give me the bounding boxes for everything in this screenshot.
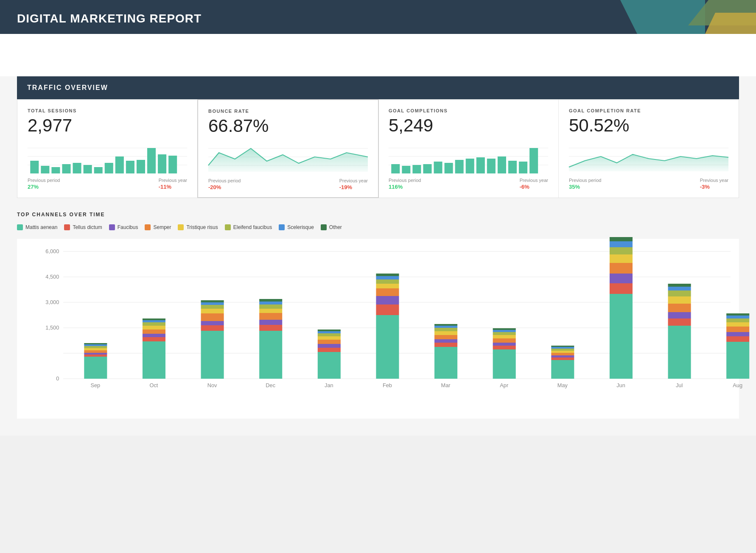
main-content: TRAFFIC OVERVIEW TOTAL SESSIONS 2,977 <box>0 76 756 436</box>
legend-item-other: Other <box>321 224 342 230</box>
svg-rect-96 <box>376 315 399 379</box>
channels-section: TOP CHANNELS OVER TIME Mattis aenean Tel… <box>17 212 739 419</box>
svg-rect-112 <box>434 324 457 326</box>
svg-rect-57 <box>84 344 107 346</box>
svg-rect-101 <box>376 279 399 284</box>
kpi-previous-year-value: -3% <box>700 184 728 190</box>
svg-rect-12 <box>126 161 134 173</box>
channels-chart-svg: 6,000 4,500 3,000 1,500 0 Sep <box>42 247 731 408</box>
legend-label-tristique: Tristique risus <box>186 224 218 230</box>
svg-rect-138 <box>610 241 633 247</box>
kpi-previous-year-label: Previous year <box>700 178 728 183</box>
svg-rect-28 <box>445 163 453 173</box>
kpi-value-total-sessions: 2,977 <box>28 117 187 134</box>
svg-rect-5 <box>51 167 60 173</box>
svg-text:Dec: Dec <box>266 382 275 388</box>
kpi-card-goal-completion-rate: GOAL COMPLETION RATE 50.52% <box>559 100 739 198</box>
svg-rect-62 <box>143 334 165 337</box>
svg-text:Mar: Mar <box>441 382 451 388</box>
svg-rect-135 <box>610 263 633 274</box>
svg-rect-123 <box>551 360 574 379</box>
svg-rect-116 <box>493 343 516 346</box>
svg-rect-151 <box>726 336 749 342</box>
svg-rect-141 <box>668 326 691 379</box>
legend-item-semper: Semper <box>145 224 171 230</box>
svg-rect-36 <box>529 148 538 173</box>
svg-rect-98 <box>376 296 399 304</box>
kpi-previous-period-group: Previous period 116% <box>389 178 421 190</box>
sub-header-area <box>0 34 756 76</box>
legend-dot-tristique <box>178 224 184 230</box>
bar-aug: Aug <box>726 313 749 388</box>
svg-rect-157 <box>726 313 749 316</box>
svg-rect-115 <box>493 346 516 349</box>
legend-dot-eleifend <box>225 224 231 230</box>
svg-rect-23 <box>391 164 400 173</box>
svg-rect-147 <box>668 287 691 290</box>
svg-rect-78 <box>259 331 282 379</box>
svg-rect-35 <box>519 162 527 173</box>
svg-rect-56 <box>84 346 107 348</box>
svg-rect-127 <box>551 351 574 353</box>
svg-rect-26 <box>423 164 431 173</box>
bar-jan: Jan <box>318 330 341 388</box>
svg-rect-132 <box>610 294 633 379</box>
legend-label-mattis: Mattis aenean <box>25 224 57 230</box>
legend-label-eleifend: Eleifend faucibus <box>233 224 272 230</box>
kpi-footer-bounce-rate: Previous period -20% Previous year -19% <box>208 178 368 190</box>
svg-rect-16 <box>168 156 177 173</box>
svg-rect-142 <box>668 318 691 326</box>
legend-dot-scelerisque <box>279 224 285 230</box>
legend-label-scelerisque: Scelerisque <box>287 224 314 230</box>
header: DIGITAL MARKETING REPORT <box>0 0 756 34</box>
svg-rect-145 <box>668 296 691 304</box>
svg-text:Sep: Sep <box>90 382 100 388</box>
svg-rect-102 <box>376 276 399 279</box>
bar-nov: Nov <box>201 300 224 388</box>
svg-rect-156 <box>726 316 749 318</box>
kpi-footer-goal-completions: Previous period 116% Previous year -6% <box>389 178 548 190</box>
kpi-label-bounce-rate: BOUNCE RATE <box>208 109 368 114</box>
svg-rect-126 <box>551 353 574 355</box>
svg-rect-114 <box>493 349 516 379</box>
svg-rect-97 <box>376 304 399 315</box>
svg-rect-15 <box>158 154 166 173</box>
svg-rect-111 <box>434 326 457 328</box>
svg-rect-108 <box>434 335 457 339</box>
legend-item-eleifend: Eleifend faucibus <box>225 224 272 230</box>
legend-dot-tellus <box>64 224 70 230</box>
svg-rect-154 <box>726 322 749 327</box>
svg-rect-58 <box>84 343 107 344</box>
svg-rect-88 <box>318 348 341 352</box>
svg-rect-34 <box>508 161 517 173</box>
bar-jun: Jun <box>610 237 633 388</box>
bar-dec: Dec <box>259 299 282 388</box>
svg-rect-100 <box>376 284 399 288</box>
svg-text:Jun: Jun <box>616 382 625 388</box>
kpi-previous-period-label: Previous period <box>28 178 60 183</box>
svg-rect-105 <box>434 347 457 379</box>
kpi-value-bounce-rate: 66.87% <box>208 117 368 135</box>
legend-dot-faucibus <box>109 224 115 230</box>
svg-rect-81 <box>259 313 282 320</box>
svg-rect-85 <box>259 299 282 302</box>
legend-item-mattis: Mattis aenean <box>17 224 57 230</box>
svg-rect-155 <box>726 318 749 322</box>
svg-rect-55 <box>84 348 107 350</box>
svg-rect-107 <box>434 339 457 343</box>
kpi-row: TOTAL SESSIONS 2,977 <box>17 99 739 198</box>
svg-rect-29 <box>455 160 464 173</box>
svg-rect-89 <box>318 344 341 348</box>
svg-text:May: May <box>557 382 568 388</box>
legend-item-tristique: Tristique risus <box>178 224 218 230</box>
svg-rect-75 <box>201 302 224 305</box>
svg-rect-139 <box>610 237 633 241</box>
svg-rect-120 <box>493 330 516 332</box>
svg-rect-76 <box>201 300 224 302</box>
svg-rect-67 <box>143 318 165 320</box>
svg-rect-72 <box>201 313 224 321</box>
svg-rect-117 <box>493 338 516 343</box>
svg-rect-79 <box>259 325 282 331</box>
kpi-card-total-sessions: TOTAL SESSIONS 2,977 <box>17 100 198 198</box>
svg-text:Feb: Feb <box>383 382 392 388</box>
